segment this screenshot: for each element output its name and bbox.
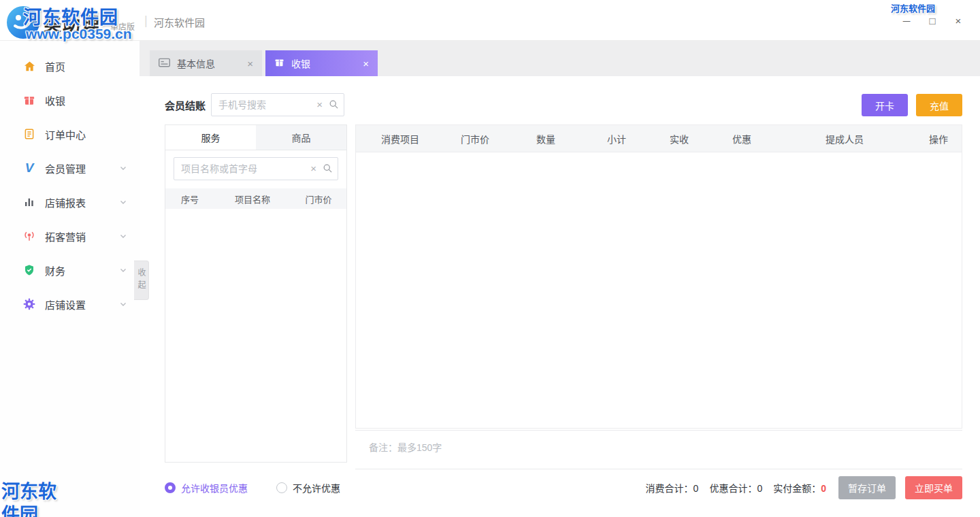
col-serial-number: 序号 — [165, 193, 214, 205]
sidebar-item-home[interactable]: 首页 — [0, 49, 140, 83]
tab-close-icon[interactable]: × — [363, 58, 369, 69]
col-consume-item: 消费项目 — [356, 132, 444, 146]
sidebar-item-cashier[interactable]: 收银 — [0, 83, 140, 117]
col-discount: 优惠 — [711, 132, 772, 146]
sidebar-item-label: 拓客营销 — [45, 229, 86, 244]
order-table-header: 消费项目 门市价 数量 小计 实收 优惠 提成人员 操作 — [356, 125, 962, 152]
sidebar-item-member-management[interactable]: V 会员管理 — [0, 151, 140, 185]
radio-allow-discount[interactable]: 允许收银员优惠 — [165, 481, 248, 495]
sidebar-item-label: 会员管理 — [45, 161, 86, 176]
chevron-down-icon — [119, 232, 127, 240]
sidebar-item-shop-report[interactable]: 店铺报表 — [0, 185, 140, 219]
id-card-icon — [159, 58, 170, 69]
order-table: 消费项目 门市价 数量 小计 实收 优惠 提成人员 操作 — [355, 124, 962, 429]
service-table-body — [165, 209, 346, 462]
tab-close-icon[interactable]: × — [247, 58, 253, 69]
sidebar-item-marketing[interactable]: 拓客营销 — [0, 219, 140, 253]
total-discount: 优惠合计：0 — [709, 481, 762, 495]
chevron-down-icon — [119, 300, 127, 308]
member-checkout-label: 会员结账 — [165, 98, 206, 112]
radio-unselected-icon — [276, 482, 287, 493]
item-search-wrap: × — [174, 157, 338, 180]
titlebar-site-name: 河东软件园 — [154, 15, 205, 29]
sidebar-item-label: 店铺报表 — [45, 195, 86, 210]
col-actual-received: 实收 — [647, 132, 711, 146]
settings-icon — [22, 298, 37, 310]
discount-options: 允许收银员优惠 不允许优惠 — [165, 481, 340, 495]
radio-deny-discount[interactable]: 不允许优惠 — [276, 481, 340, 495]
sidebar-item-label: 收银 — [45, 93, 65, 107]
service-goods-tabs: 服务 商品 — [165, 125, 346, 150]
window-controls: ─ □ × — [897, 0, 968, 41]
tab-label: 收银 — [291, 56, 310, 70]
sidebar-item-label: 财务 — [45, 263, 65, 278]
order-table-body — [356, 152, 962, 428]
clear-icon[interactable]: × — [316, 98, 323, 112]
service-goods-panel: 服务 商品 × 序号 项目名称 门市价 — [165, 124, 347, 463]
home-icon — [22, 60, 37, 73]
phone-search-wrap: × — [211, 93, 344, 116]
sidebar-item-finance[interactable]: 财务 — [0, 253, 140, 287]
total-payable: 实付金额：0 — [773, 481, 826, 495]
col-commission-staff: 提成人员 — [772, 132, 917, 146]
tab-basic-info[interactable]: 基本信息 × — [150, 50, 262, 76]
sidebar-collapse-handle[interactable]: 收起 — [134, 261, 149, 300]
titlebar: 美助理 单店版 | 河东软件园 ─ □ × — [0, 0, 980, 41]
member-icon: V — [22, 161, 37, 176]
tab-label: 基本信息 — [177, 56, 215, 70]
chevron-down-icon — [119, 198, 127, 206]
totals: 消费合计：0 优惠合计：0 实付金额：0 — [646, 481, 826, 495]
col-item-name: 项目名称 — [214, 193, 291, 205]
member-checkout-row: 会员结账 × — [165, 93, 344, 116]
service-table-header: 序号 项目名称 门市价 — [165, 188, 346, 209]
chevron-down-icon — [119, 164, 127, 172]
minimize-button[interactable]: ─ — [897, 11, 916, 30]
member-actions: 开卡 充值 — [862, 94, 962, 116]
search-icon[interactable] — [329, 99, 339, 112]
app-title: 美助理 — [44, 10, 101, 35]
titlebar-divider: | — [144, 14, 148, 28]
maximize-button[interactable]: □ — [923, 11, 942, 30]
footer-actions: 消费合计：0 优惠合计：0 实付金额：0 暂存订单 立即买单 — [646, 476, 962, 499]
tab-service[interactable]: 服务 — [165, 125, 256, 150]
cashier-icon — [274, 57, 284, 69]
recharge-button[interactable]: 充值 — [916, 94, 962, 116]
clear-icon[interactable]: × — [310, 162, 316, 176]
sidebar-item-label: 首页 — [45, 59, 65, 73]
cashier-content: 会员结账 × 开卡 充值 服务 商品 × — [140, 76, 980, 517]
item-search-row: × — [165, 150, 346, 186]
open-card-button[interactable]: 开卡 — [862, 94, 908, 116]
app-window: 美助理 单店版 | 河东软件园 ─ □ × 河东软件园 www.pc0359.c… — [0, 0, 980, 517]
total-consume: 消费合计：0 — [646, 481, 699, 495]
report-icon — [22, 196, 37, 208]
sidebar-item-label: 店铺设置 — [45, 297, 86, 312]
pay-now-button[interactable]: 立即买单 — [905, 476, 962, 499]
col-retail-price: 门市价 — [291, 193, 346, 205]
search-icon[interactable] — [323, 163, 333, 176]
marketing-icon — [22, 230, 37, 242]
sidebar-item-order-center[interactable]: 订单中心 — [0, 117, 140, 151]
radio-selected-icon — [165, 482, 176, 493]
remark-input[interactable]: 备注：最多150字 — [355, 430, 962, 469]
tab-cashier[interactable]: 收银 × — [265, 50, 378, 76]
sidebar-item-label: 订单中心 — [45, 127, 86, 141]
col-retail-price: 门市价 — [444, 132, 506, 146]
col-quantity: 数量 — [506, 132, 586, 146]
close-button[interactable]: × — [949, 11, 968, 30]
hold-order-button[interactable]: 暂存订单 — [838, 476, 896, 499]
order-center-icon — [22, 128, 37, 140]
cashier-icon — [22, 94, 37, 106]
edition-label: 单店版 — [110, 20, 135, 32]
col-subtotal: 小计 — [586, 132, 647, 146]
footer-bar: 允许收银员优惠 不允许优惠 消费合计：0 优惠合计：0 实付金额：0 暂存订单 … — [165, 474, 962, 501]
sidebar-item-shop-settings[interactable]: 店铺设置 — [0, 287, 140, 321]
tabstrip: 基本信息 × 收银 × — [140, 41, 980, 76]
phone-search-input[interactable] — [211, 93, 344, 116]
sidebar: 首页 收银 订单中心 V 会员管理 店铺报表 — [0, 41, 140, 517]
finance-icon — [22, 264, 37, 276]
col-operation: 操作 — [917, 132, 960, 146]
chevron-down-icon — [119, 266, 127, 274]
tab-goods[interactable]: 商品 — [256, 125, 346, 150]
